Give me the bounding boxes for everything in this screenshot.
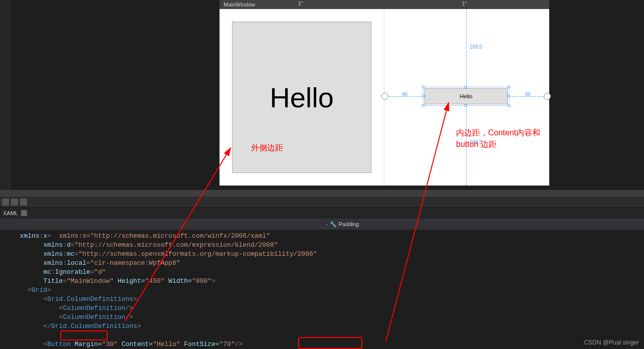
scrollbar[interactable] [0, 190, 644, 197]
toolbar-icon[interactable] [11, 199, 18, 206]
ruler-mark: 1" [462, 1, 467, 7]
measure-top: 189.5 [470, 44, 482, 50]
right-pane: 189.5 189.5 98 98 Hello [384, 9, 549, 186]
design-surface[interactable]: Hello 189.5 189.5 98 98 Hello [220, 9, 549, 186]
measure-right: 98 [525, 92, 530, 97]
split-toolbar [0, 197, 644, 208]
designer-area: MainWindow 1" 1" Hello 189.5 189.5 98 98 [0, 0, 644, 190]
toolbar-icon[interactable] [20, 199, 27, 206]
code-editor[interactable]: xmlns:x= xmlns:x="http://schemas.microso… [0, 230, 644, 349]
anchor-icon [381, 93, 388, 100]
measure-left: 98 [402, 92, 407, 97]
toolbar-icon[interactable] [2, 199, 9, 206]
file-tabstrip: XAML [0, 208, 644, 219]
anchor-icon [544, 93, 551, 100]
guide-line [384, 96, 423, 97]
small-button[interactable]: Hello [424, 88, 508, 104]
guide-line [466, 106, 467, 186]
breadcrumb: - 🔧 Padding [0, 219, 644, 230]
watermark: CSDN @Pual singer [584, 339, 639, 346]
popup-icon[interactable] [21, 210, 27, 216]
guide-line [509, 96, 549, 97]
measure-bottom: 189.5 [470, 139, 482, 145]
left-toolstrip [0, 0, 10, 190]
ruler-mark: 1" [298, 1, 303, 7]
big-button[interactable]: Hello [232, 22, 371, 173]
window-titlebar: MainWindow [220, 0, 549, 9]
design-viewport: MainWindow 1" 1" Hello 189.5 189.5 98 98 [10, 0, 644, 190]
xaml-tab[interactable]: XAML [3, 210, 18, 216]
window-title: MainWindow [224, 2, 255, 8]
left-pane: Hello [220, 9, 384, 186]
dash: - [326, 221, 328, 227]
guide-line [466, 9, 467, 87]
wrench-icon: 🔧 [330, 221, 337, 228]
property-name: Padding [339, 221, 359, 227]
property-indicator[interactable]: - 🔧 Padding [326, 221, 359, 228]
